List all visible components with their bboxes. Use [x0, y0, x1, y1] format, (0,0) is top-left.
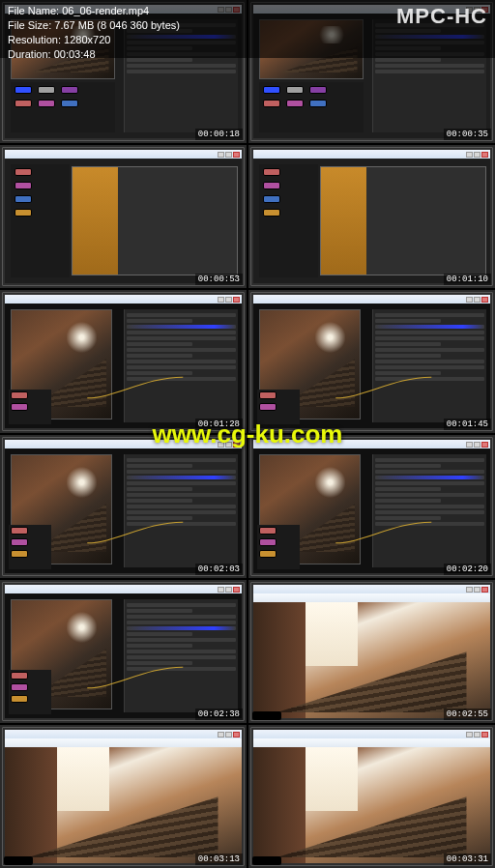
timestamp: 00:03:31 [444, 854, 491, 865]
rendered-image [253, 602, 490, 718]
timestamp: 00:01:10 [444, 274, 491, 285]
thumbnail-3[interactable]: 00:00:53 [0, 145, 247, 288]
thumbnail-12[interactable]: 00:03:31 [248, 725, 495, 868]
resolution-value: 1280x720 [64, 34, 110, 45]
filesize-label: File Size: [8, 19, 51, 31]
node-editor [11, 82, 115, 132]
dialog-sidebar [73, 167, 119, 275]
thumbnail-8[interactable]: 00:02:20 [248, 435, 495, 578]
thumbnail-7[interactable]: 00:02:03 [0, 435, 247, 578]
thumbnail-5[interactable]: 00:01:28 [0, 290, 247, 433]
timestamp: 00:02:20 [444, 564, 491, 575]
duration-value: 00:03:48 [54, 48, 96, 60]
app-logo: MPC-HC [396, 4, 487, 29]
timestamp: 00:02:38 [195, 709, 243, 720]
file-metadata: File Name: 06_06-render.mp4 File Size: 7… [8, 4, 180, 61]
thumbnail-6[interactable]: 00:01:45 [248, 290, 495, 433]
render-settings-dialog [72, 166, 238, 275]
timestamp: 00:00:35 [444, 129, 491, 140]
thumbnail-grid: 00:00:18 00 [0, 0, 495, 868]
timestamp: 00:01:45 [444, 419, 491, 430]
thumbnail-9[interactable]: 00:02:38 [0, 580, 247, 723]
viewer-toolbar [253, 593, 490, 602]
info-header: File Name: 06_06-render.mp4 File Size: 7… [0, 0, 495, 58]
thumbnail-4[interactable]: 00:01:10 [248, 145, 495, 288]
thumbnail-11[interactable]: 00:03:13 [0, 725, 247, 868]
filename-value: 06_06-render.mp4 [62, 5, 149, 16]
filename-label: File Name: [8, 5, 59, 16]
timestamp: 00:03:13 [195, 854, 243, 865]
timestamp: 00:00:53 [195, 274, 243, 285]
timestamp: 00:02:03 [195, 564, 243, 575]
timestamp: 00:02:55 [444, 709, 491, 720]
resolution-label: Resolution: [8, 34, 61, 45]
dialog-content [118, 167, 237, 275]
timestamp: 00:00:18 [195, 129, 243, 140]
node-curve [52, 372, 218, 402]
duration-label: Duration: [8, 48, 51, 60]
thumbnail-10[interactable]: 00:02:55 [248, 580, 495, 723]
lynda-logo [4, 856, 33, 865]
timestamp: 00:01:28 [195, 419, 243, 430]
lynda-logo [252, 856, 281, 865]
lynda-logo [252, 711, 281, 720]
filesize-value: 7.67 MB (8 046 360 bytes) [54, 19, 180, 31]
